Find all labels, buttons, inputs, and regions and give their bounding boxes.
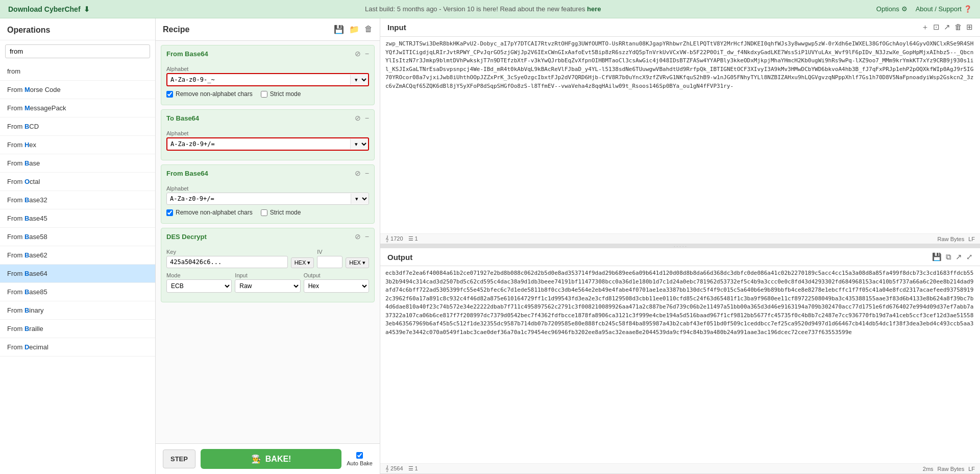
step-button[interactable]: STEP bbox=[163, 449, 195, 468]
strict-mode-3[interactable]: Strict mode bbox=[261, 209, 301, 216]
remove-non-alpha-3[interactable]: Remove non-alphabet chars bbox=[166, 209, 253, 216]
output-raw-bytes[interactable]: Raw Bytes bbox=[938, 466, 965, 472]
output-footer: 𝄞 2564 ☰ 1 2ms Raw Bytes LF bbox=[380, 463, 980, 473]
download-label[interactable]: Download CyberChef bbox=[8, 5, 81, 13]
des-mode-select[interactable]: ECB bbox=[166, 279, 232, 293]
recipe-title: Recipe bbox=[163, 25, 189, 34]
sidebar-item-bcd[interactable]: From BCD bbox=[0, 117, 155, 136]
des-mode-field: Mode ECB bbox=[166, 272, 232, 293]
sidebar-title: Operations bbox=[0, 18, 155, 40]
recipe-block-4-header[interactable]: DES Decrypt ⊘ − bbox=[161, 228, 374, 245]
load-recipe-icon[interactable]: 📁 bbox=[349, 25, 359, 34]
recipe-panel: Recipe 💾 📁 🗑 From Base64 ⊘ − bbox=[156, 18, 380, 474]
sidebar-item-binary[interactable]: From Binary bbox=[0, 301, 155, 320]
des-key-format[interactable]: HEX ▾ bbox=[291, 257, 314, 268]
recipe-block-2-header[interactable]: To Base64 ⊘ − bbox=[161, 110, 374, 126]
block3-minimize-icon[interactable]: − bbox=[365, 169, 369, 177]
sidebar-item-base45[interactable]: From Base45 bbox=[0, 209, 155, 228]
input-lf-label[interactable]: LF bbox=[968, 236, 975, 242]
checkbox-row-1: Remove non-alphabet chars Strict mode bbox=[166, 90, 369, 98]
sidebar-item-base62[interactable]: From Base62 bbox=[0, 246, 155, 265]
output-expand-icon[interactable]: ⤢ bbox=[966, 252, 973, 262]
gear-icon: ⚙ bbox=[901, 5, 908, 13]
block2-minimize-icon[interactable]: − bbox=[365, 114, 369, 122]
block1-disable-icon[interactable]: ⊘ bbox=[355, 50, 361, 58]
download-icon[interactable]: ⬇ bbox=[84, 5, 90, 13]
alphabet-input-3[interactable] bbox=[167, 193, 351, 204]
alphabet-dropdown-3[interactable]: ▾ bbox=[351, 194, 369, 204]
block4-minimize-icon[interactable]: − bbox=[365, 232, 369, 241]
recipe-block-2-body: Alphabet ▾ bbox=[161, 126, 374, 160]
search-section bbox=[0, 40, 155, 62]
block2-disable-icon[interactable]: ⊘ bbox=[355, 114, 361, 122]
sidebar-item-base58[interactable]: From Base58 bbox=[0, 228, 155, 246]
search-input[interactable] bbox=[5, 44, 150, 58]
des-input-field: Input Raw bbox=[235, 272, 300, 293]
top-right-nav: Options ⚙ About / Support ❓ bbox=[876, 5, 972, 13]
output-title: Output bbox=[387, 253, 412, 262]
input-expand-icon[interactable]: ⊡ bbox=[933, 22, 940, 32]
recipe-block-to-base64: To Base64 ⊘ − Alphabet ▾ bbox=[161, 109, 375, 160]
output-copy-icon[interactable]: ⧉ bbox=[946, 252, 951, 262]
support-btn[interactable]: About / Support ❓ bbox=[916, 5, 972, 13]
sidebar-item-braille[interactable]: From Braille bbox=[0, 320, 155, 338]
output-lf-label[interactable]: LF bbox=[968, 466, 975, 472]
sidebar-item-base32[interactable]: From Base32 bbox=[0, 191, 155, 209]
des-key-field: Key bbox=[166, 249, 288, 268]
input-raw-bytes[interactable]: Raw Bytes bbox=[938, 236, 965, 242]
alphabet-input-2[interactable] bbox=[167, 138, 350, 150]
input-panel: Input ＋ ⊡ ↗ 🗑 ⊞ zwp_NCTRJTSwi3DeR8bkHKaP… bbox=[380, 18, 980, 244]
input-add-icon[interactable]: ＋ bbox=[921, 22, 929, 32]
download-section[interactable]: Download CyberChef ⬇ bbox=[8, 5, 90, 13]
sidebar-item-base64[interactable]: From Base64 bbox=[0, 265, 155, 283]
alphabet-field-2: Alphabet ▾ bbox=[166, 130, 369, 151]
io-divider[interactable]: · · · · · bbox=[380, 244, 980, 248]
new-features-link[interactable]: here bbox=[587, 5, 601, 13]
output-header-icons: 💾 ⧉ ↗ ⤢ bbox=[932, 252, 973, 262]
input-import-icon[interactable]: ↗ bbox=[944, 22, 950, 32]
block4-disable-icon[interactable]: ⊘ bbox=[355, 232, 361, 241]
save-recipe-icon[interactable]: 💾 bbox=[334, 25, 344, 34]
options-btn[interactable]: Options ⚙ bbox=[876, 5, 908, 13]
sidebar-item-morse[interactable]: From Morse Code bbox=[0, 81, 155, 99]
block3-disable-icon[interactable]: ⊘ bbox=[355, 169, 361, 177]
auto-bake-section: Auto Bake bbox=[347, 452, 373, 466]
recipe-header-icons: 💾 📁 🗑 bbox=[334, 25, 373, 34]
recipe-block-3-body: Alphabet ▾ Remove non-al bbox=[161, 181, 374, 223]
des-output-select[interactable]: Hex bbox=[304, 279, 369, 293]
alphabet-dropdown-2[interactable]: ▾ bbox=[350, 139, 368, 149]
bake-label: BAKE! bbox=[265, 455, 291, 464]
output-char-count: 𝄞 2564 bbox=[385, 465, 403, 472]
remove-non-alpha-1[interactable]: Remove non-alphabet chars bbox=[166, 90, 253, 98]
output-content: ecb3df7e2ea6f40084a61b2ce071927e2bd8b088… bbox=[380, 266, 980, 463]
input-content[interactable]: zwp_NCTRJTSwi3DeR8bkHKaPvU2-Dobyc_aI7pY7… bbox=[380, 37, 980, 233]
output-save-icon[interactable]: 💾 bbox=[932, 252, 942, 262]
input-grid-icon[interactable]: ⊞ bbox=[966, 22, 973, 32]
recipe-block-des-decrypt: DES Decrypt ⊘ − Key HEX ▾ IV bbox=[161, 228, 375, 302]
sidebar-item-hex[interactable]: From Hex bbox=[0, 136, 155, 154]
des-input-select[interactable]: Raw bbox=[235, 279, 300, 293]
bake-button[interactable]: 👨‍🍳 BAKE! bbox=[201, 449, 341, 469]
output-export-icon[interactable]: ↗ bbox=[955, 252, 962, 262]
checkbox-row-3: Remove non-alphabet chars Strict mode bbox=[166, 209, 369, 216]
alphabet-input-wrap-3: ▾ bbox=[166, 193, 369, 205]
recipe-block-1-header[interactable]: From Base64 ⊘ − bbox=[161, 45, 374, 62]
sidebar-item-octal[interactable]: From Octal bbox=[0, 173, 155, 191]
sidebar-item-messagepack[interactable]: From MessagePack bbox=[0, 99, 155, 117]
clear-recipe-icon[interactable]: 🗑 bbox=[364, 25, 373, 34]
sidebar-item-base85[interactable]: From Base85 bbox=[0, 283, 155, 301]
strict-mode-1[interactable]: Strict mode bbox=[261, 90, 301, 98]
block1-minimize-icon[interactable]: − bbox=[365, 50, 369, 58]
des-iv-input[interactable] bbox=[317, 256, 342, 268]
input-clear-icon[interactable]: 🗑 bbox=[954, 22, 962, 32]
recipe-block-from-base64-2: From Base64 ⊘ − Alphabet ▾ bbox=[161, 164, 375, 224]
des-iv-format[interactable]: HEX ▾ bbox=[346, 257, 369, 268]
auto-bake-checkbox[interactable] bbox=[356, 452, 363, 459]
des-key-input[interactable] bbox=[166, 256, 288, 268]
recipe-block-3-header[interactable]: From Base64 ⊘ − bbox=[161, 165, 374, 181]
sidebar-item-decimal[interactable]: From Decimal bbox=[0, 338, 155, 357]
sidebar-item-base[interactable]: From Base bbox=[0, 154, 155, 173]
sidebar-item-from[interactable]: from bbox=[0, 62, 155, 81]
alphabet-input-1[interactable] bbox=[167, 74, 350, 85]
alphabet-dropdown-1[interactable]: ▾ bbox=[350, 75, 368, 85]
